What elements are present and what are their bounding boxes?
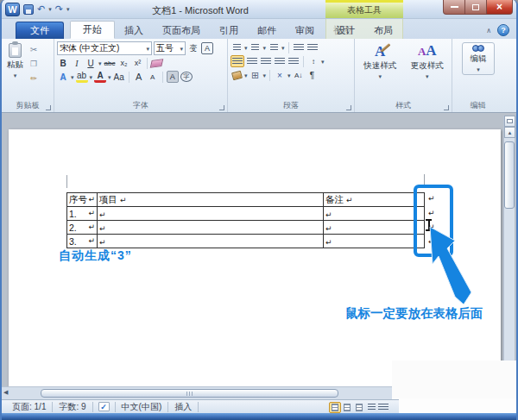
scroll-up-icon[interactable]: ▲ <box>504 127 515 138</box>
character-border-icon[interactable]: A <box>201 42 213 54</box>
tab-page-layout[interactable]: 页面布局 <box>153 22 210 39</box>
numbering-icon[interactable] <box>250 41 262 53</box>
character-shading-icon[interactable]: A <box>167 71 179 83</box>
line-spacing-dropdown-icon[interactable]: ▾ <box>321 59 325 65</box>
highlight-color-icon[interactable]: ab <box>76 71 88 83</box>
phonetic-guide-icon[interactable]: 变 <box>187 42 199 54</box>
scroll-left-icon[interactable]: ◀ <box>3 389 8 396</box>
view-print-layout-button[interactable] <box>329 402 341 413</box>
tab-file[interactable]: 文件 <box>16 22 64 39</box>
status-word-count[interactable]: 字数: 9 <box>53 401 92 413</box>
save-icon[interactable] <box>23 4 34 15</box>
highlight-dropdown-icon[interactable]: ▾ <box>90 74 93 80</box>
status-insert-mode[interactable]: 插入 <box>168 401 198 413</box>
paste-button[interactable]: 粘贴 ▾ <box>4 41 26 80</box>
underline-icon[interactable]: U <box>85 57 97 69</box>
collapse-ribbon-icon[interactable]: ∧ <box>486 27 491 34</box>
maximize-button[interactable] <box>465 0 486 15</box>
subscript-icon[interactable]: x₂ <box>117 57 130 69</box>
borders-icon[interactable]: ⊞ <box>250 69 262 81</box>
document-table[interactable]: 序号↵ 项目 ↵ 备注 ↵ 1.↵ ↵ ↵ 2.↵ ↵ ↵ 3.↵ ↵ <box>66 192 425 248</box>
styles-dialog-launcher[interactable] <box>444 105 449 110</box>
view-outline-button[interactable] <box>365 402 377 413</box>
text-effects-dropdown-icon[interactable]: ▾ <box>71 74 74 80</box>
format-painter-icon[interactable]: ✏ <box>28 72 40 85</box>
bullets-icon[interactable] <box>231 41 243 53</box>
decrease-indent-icon[interactable] <box>293 41 305 53</box>
font-name-select[interactable]: 宋体 (中文正文) ▾ <box>57 41 152 55</box>
change-styles-button[interactable]: AA 更改样式 ▾ <box>408 41 446 81</box>
table-cell-number[interactable]: 2. <box>69 223 77 233</box>
cut-icon[interactable]: ✂ <box>28 43 40 55</box>
enclose-characters-icon[interactable]: 字 <box>180 72 193 82</box>
underline-dropdown-icon[interactable]: ▾ <box>98 60 102 66</box>
redo-icon[interactable]: ↷ <box>55 4 63 14</box>
copy-icon[interactable]: ❐ <box>28 58 40 70</box>
close-button[interactable]: × <box>486 0 513 15</box>
view-fullscreen-reading-button[interactable] <box>341 402 353 413</box>
italic-icon[interactable]: I <box>71 57 83 69</box>
horizontal-scroll-thumb[interactable] <box>41 389 338 398</box>
tab-home[interactable]: 开始 <box>70 21 115 39</box>
table-cell-number[interactable]: 3. <box>69 236 77 247</box>
tab-design[interactable]: 设计 <box>326 22 364 39</box>
borders-dropdown-icon[interactable]: ▾ <box>263 72 267 78</box>
editing-button[interactable]: 编辑 ▾ <box>462 42 495 75</box>
tab-insert[interactable]: 插入 <box>115 22 153 39</box>
tab-mailings[interactable]: 邮件 <box>248 22 286 39</box>
clear-formatting-icon[interactable] <box>150 59 164 68</box>
vertical-scrollbar[interactable]: ▲ <box>503 116 515 385</box>
quick-styles-button[interactable]: A 快速样式 ▾ <box>361 42 399 81</box>
view-web-layout-button[interactable] <box>353 402 365 413</box>
tab-references[interactable]: 引用 <box>210 22 248 39</box>
change-case-icon[interactable]: Aa <box>113 71 125 83</box>
view-draft-button[interactable] <box>377 402 389 413</box>
line-spacing-icon[interactable]: ↕ <box>307 55 319 67</box>
shrink-font-icon[interactable]: A <box>147 71 159 83</box>
shading-dropdown-icon[interactable]: ▾ <box>244 72 248 78</box>
bold-icon[interactable]: B <box>57 57 69 69</box>
help-icon[interactable]: ? <box>497 24 509 36</box>
table-cell-number[interactable]: 1. <box>69 209 77 219</box>
spell-check-icon[interactable]: ✓ <box>98 402 110 411</box>
text-effects-icon[interactable]: A <box>57 71 69 83</box>
justify-icon[interactable] <box>274 55 286 67</box>
shading-icon[interactable] <box>231 69 243 81</box>
multilevel-list-icon[interactable] <box>268 41 280 53</box>
status-page[interactable]: 页面: 1/1 <box>6 401 52 413</box>
font-dialog-launcher[interactable] <box>219 105 224 110</box>
table-header-cell[interactable]: 备注 <box>325 194 344 204</box>
ruler-toggle-button[interactable] <box>504 116 515 127</box>
paragraph-dialog-launcher[interactable] <box>346 105 351 110</box>
align-right-icon[interactable] <box>260 55 272 67</box>
multilevel-dropdown-icon[interactable]: ▾ <box>281 45 285 51</box>
distributed-icon[interactable] <box>287 55 300 67</box>
word-logo-icon[interactable]: W <box>5 3 20 16</box>
font-size-select[interactable]: 五号 ▾ <box>154 41 186 55</box>
font-color-icon[interactable]: A <box>94 71 106 83</box>
bullets-dropdown-icon[interactable]: ▾ <box>244 45 248 51</box>
qat-customize-icon[interactable]: ▾ <box>66 6 70 12</box>
undo-dropdown-icon[interactable]: ▾ <box>48 6 52 12</box>
sort-icon[interactable]: A↓ <box>293 69 305 81</box>
align-center-icon[interactable] <box>246 55 258 67</box>
show-hide-marks-icon[interactable]: ¶ <box>306 69 319 81</box>
table-header-cell[interactable]: 项目 <box>99 194 117 204</box>
align-left-icon[interactable] <box>231 55 244 67</box>
font-color-dropdown-icon[interactable]: ▾ <box>108 74 111 80</box>
clipboard-dialog-launcher[interactable] <box>46 105 51 110</box>
undo-icon[interactable]: ↶ <box>37 4 45 14</box>
tab-review[interactable]: 审阅 <box>286 22 324 39</box>
document-page[interactable]: 序号↵ 项目 ↵ 备注 ↵ 1.↵ ↵ ↵ 2.↵ ↵ ↵ 3.↵ ↵ <box>9 129 501 386</box>
increase-indent-icon[interactable] <box>306 41 319 53</box>
superscript-icon[interactable]: x² <box>131 57 143 69</box>
numbering-dropdown-icon[interactable]: ▾ <box>263 45 267 51</box>
vertical-scroll-thumb[interactable] <box>504 141 515 209</box>
asian-layout-dropdown-icon[interactable]: ▾ <box>287 72 291 78</box>
status-language[interactable]: 中文(中国) <box>116 401 168 413</box>
minimize-button[interactable] <box>443 0 465 15</box>
table-header-cell[interactable]: 序号 <box>69 194 87 206</box>
asian-layout-icon[interactable]: × <box>274 69 286 81</box>
tab-layout[interactable]: 布局 <box>364 22 402 39</box>
grow-font-icon[interactable]: A <box>133 71 145 83</box>
